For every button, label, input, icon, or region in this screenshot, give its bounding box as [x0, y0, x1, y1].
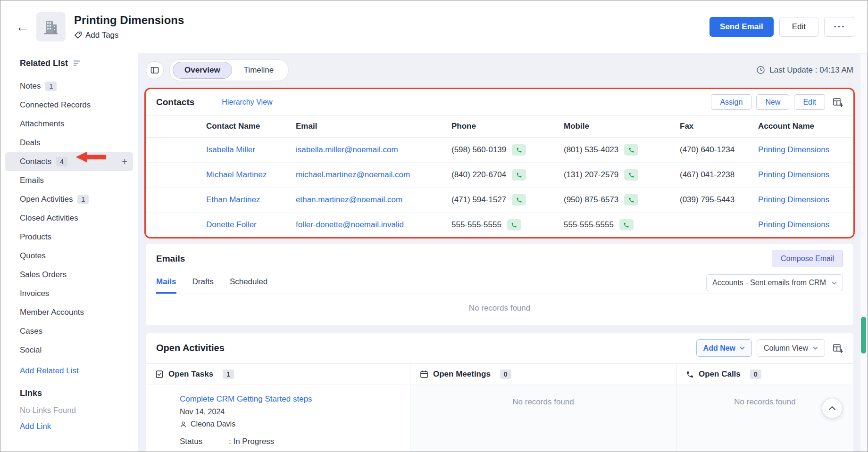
- sidebar-item-connected-records[interactable]: Connected Records: [0, 96, 138, 115]
- add-new-button[interactable]: Add New: [696, 339, 752, 357]
- call-mobile-icon[interactable]: [624, 144, 638, 156]
- add-related-list-link[interactable]: Add Related List: [0, 362, 138, 379]
- scrollbar-track[interactable]: [860, 54, 867, 452]
- sidebar-item-member-accounts[interactable]: Member Accounts: [0, 303, 138, 322]
- account-name-link[interactable]: Printing Dimensions: [758, 195, 829, 204]
- sidebar-item-open-activities[interactable]: Open Activities1: [0, 190, 138, 209]
- table-row: Donette Foller foller-donette@noemail.in…: [146, 213, 853, 238]
- more-options-button[interactable]: ···: [824, 17, 855, 37]
- contact-email-link[interactable]: michael.martinez@noemail.com: [296, 170, 410, 179]
- phone-icon: [628, 172, 634, 178]
- sidebar-item-notes[interactable]: Notes1: [0, 77, 138, 96]
- sidebar-item-sales-orders[interactable]: Sales Orders: [0, 265, 138, 284]
- open-activities-section: Open Activities Add New Column View: [146, 333, 853, 452]
- mobile-value: (131) 207-2579: [564, 170, 618, 180]
- sidebar-item-closed-activities[interactable]: Closed Activities: [0, 209, 138, 228]
- table-row: Ethan Martinez ethan.martinez@noemail.co…: [146, 188, 853, 213]
- account-name-link[interactable]: Printing Dimensions: [758, 170, 829, 179]
- add-link-link[interactable]: Add Link: [0, 418, 138, 435]
- sidebar-item-contacts[interactable]: Contacts 4 +: [5, 152, 133, 171]
- table-row: Isabella Miller isabella.miller@noemail.…: [146, 138, 853, 163]
- contact-email-link[interactable]: ethan.martinez@noemail.com: [296, 195, 402, 204]
- account-avatar: [36, 12, 66, 41]
- mobile-value: 555-555-5555: [564, 220, 614, 230]
- sidebar-item-label: Closed Activities: [20, 214, 78, 223]
- call-phone-icon[interactable]: [507, 219, 521, 230]
- sidebar-item-label: Member Accounts: [20, 308, 84, 317]
- contact-name-link[interactable]: Donette Foller: [206, 220, 257, 229]
- back-button[interactable]: ←: [14, 18, 31, 35]
- tab-mails[interactable]: Mails: [156, 277, 176, 294]
- account-name-link[interactable]: Printing Dimensions: [758, 220, 829, 229]
- call-phone-icon[interactable]: [512, 169, 526, 181]
- scroll-to-top-button[interactable]: [822, 398, 843, 419]
- sidebar-item-products[interactable]: Products: [0, 228, 138, 247]
- contact-email-link[interactable]: isabella.miller@noemail.com: [296, 145, 398, 154]
- open-tasks-label: Open Tasks: [168, 370, 213, 379]
- new-button[interactable]: New: [756, 94, 789, 110]
- collapse-panel-button[interactable]: [146, 61, 164, 79]
- sidebar-item-cases[interactable]: Cases: [0, 322, 138, 341]
- add-tags-button[interactable]: Add Tags: [74, 31, 184, 40]
- tab-timeline[interactable]: Timeline: [232, 62, 286, 79]
- sidebar-item-emails[interactable]: Emails: [0, 171, 138, 190]
- call-mobile-icon[interactable]: [624, 194, 638, 205]
- open-meetings-header: Open Meetings 0: [410, 364, 676, 385]
- scrollbar-thumb[interactable]: [861, 317, 866, 353]
- sidebar-item-social[interactable]: Social: [0, 341, 138, 360]
- phone-value: (598) 560-0139: [451, 145, 506, 155]
- edit-columns-button[interactable]: Edit: [794, 94, 825, 110]
- tab-scheduled[interactable]: Scheduled: [230, 277, 267, 294]
- contact-name-link[interactable]: Michael Martinez: [206, 170, 267, 179]
- account-name-link[interactable]: Printing Dimensions: [758, 145, 829, 154]
- phone-value: 555-555-5555: [451, 220, 501, 230]
- sidebar-item-invoices[interactable]: Invoices: [0, 284, 138, 303]
- tab-overview[interactable]: Overview: [173, 62, 232, 79]
- sidebar-item-label: Invoices: [20, 289, 49, 298]
- tag-icon: [74, 31, 82, 39]
- sidebar-item-quotes[interactable]: Quotes: [0, 247, 138, 265]
- add-activity-column-button[interactable]: [833, 343, 843, 353]
- call-phone-icon[interactable]: [512, 144, 526, 156]
- task-meta: Status : In Progress Priority : High: [180, 437, 401, 452]
- open-calls-label: Open Calls: [699, 370, 741, 379]
- sidebar-item-label: Sales Orders: [20, 270, 67, 279]
- contacts-section: Contacts Hierarchy View Assign New Edit: [146, 89, 853, 237]
- call-mobile-icon[interactable]: [624, 169, 638, 181]
- call-icon: [686, 370, 694, 378]
- add-contact-plus-icon[interactable]: +: [122, 157, 127, 166]
- hierarchy-view-link[interactable]: Hierarchy View: [222, 98, 272, 107]
- table-header-row: Contact Name Email Phone Mobile Fax Acco…: [146, 115, 853, 138]
- chevron-down-icon: [813, 346, 818, 350]
- open-calls-column: No records found: [676, 385, 853, 452]
- task-priority-label: Priority: [180, 451, 229, 452]
- sidebar-item-attachments[interactable]: Attachments: [0, 115, 138, 133]
- col-contact-name: Contact Name: [202, 115, 292, 138]
- task-priority-value: : High: [229, 451, 401, 452]
- sidebar-item-label: Products: [20, 232, 51, 242]
- contact-name-link[interactable]: Ethan Martinez: [206, 195, 260, 204]
- phone-icon: [516, 172, 522, 178]
- sidebar-item-deals[interactable]: Deals: [0, 133, 138, 152]
- compose-email-button[interactable]: Compose Email: [772, 250, 843, 267]
- assign-button[interactable]: Assign: [711, 94, 751, 110]
- phone-icon: [516, 147, 522, 153]
- chevron-up-icon: [828, 406, 836, 411]
- contact-email-link[interactable]: foller-donette@noemail.invalid: [296, 220, 404, 229]
- email-filter-dropdown[interactable]: Accounts - Sent emails from CRM: [706, 274, 843, 291]
- record-header: ← Printing Dimensions Add Tags: [0, 0, 868, 53]
- phone-value: (840) 220-6704: [451, 170, 506, 180]
- fax-value: (470) 640-1234: [676, 138, 754, 163]
- call-phone-icon[interactable]: [512, 194, 526, 205]
- contact-name-link[interactable]: Isabella Miller: [206, 145, 255, 154]
- task-status-value: : In Progress: [229, 437, 401, 446]
- customize-list-icon[interactable]: [73, 59, 81, 67]
- column-view-dropdown[interactable]: Column View: [757, 339, 825, 357]
- col-mobile: Mobile: [560, 115, 676, 138]
- call-mobile-icon[interactable]: [619, 219, 634, 230]
- tab-drafts[interactable]: Drafts: [192, 277, 214, 294]
- add-column-button[interactable]: [833, 97, 843, 107]
- edit-button[interactable]: Edit: [779, 17, 818, 37]
- send-email-button[interactable]: Send Email: [709, 17, 774, 37]
- task-title-link[interactable]: Complete CRM Getting Started steps: [180, 394, 312, 403]
